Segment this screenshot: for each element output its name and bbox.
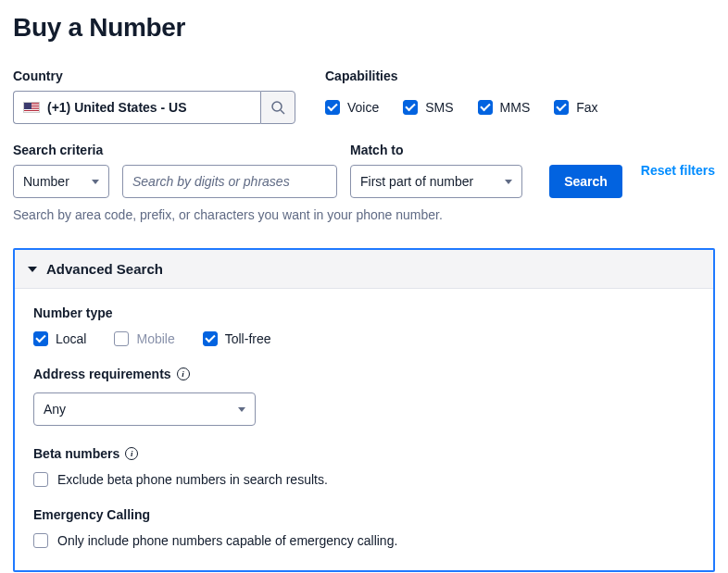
advanced-search-title: Advanced Search [46, 261, 163, 277]
search-hint: Search by area code, prefix, or characte… [13, 207, 715, 222]
us-flag-icon [23, 102, 40, 113]
capability-sms-label: SMS [425, 100, 453, 115]
checkbox-emergency[interactable] [33, 533, 48, 548]
capabilities-row: Voice SMS MMS Fax [325, 91, 598, 124]
match-to-select[interactable]: First part of number [350, 165, 522, 198]
capability-voice[interactable]: Voice [325, 100, 379, 115]
country-selected-value: (+1) United States - US [47, 100, 187, 115]
number-type-tollfree-label: Toll-free [225, 331, 271, 346]
info-icon[interactable] [177, 367, 190, 380]
exclude-beta-label: Exclude beta phone numbers in search res… [57, 472, 328, 487]
checkbox-mms[interactable] [478, 100, 493, 115]
search-criteria-label: Search criteria [13, 143, 337, 157]
checkbox-exclude-beta[interactable] [33, 472, 48, 487]
address-requirements-value: Any [44, 402, 66, 417]
capability-fax-label: Fax [576, 100, 597, 115]
checkbox-tollfree[interactable] [203, 331, 218, 346]
country-search-button[interactable] [260, 91, 295, 124]
page-title: Buy a Number [13, 13, 715, 43]
triangle-down-icon [28, 267, 37, 272]
match-to-value: First part of number [360, 174, 473, 189]
address-requirements-label: Address requirements [33, 367, 695, 381]
country-label: Country [13, 69, 295, 83]
search-input[interactable] [122, 165, 337, 198]
address-requirements-select[interactable]: Any [33, 392, 256, 426]
checkbox-sms[interactable] [403, 100, 418, 115]
number-type-mobile-label: Mobile [136, 331, 174, 346]
advanced-search-panel: Advanced Search Number type Local Mobile… [13, 248, 715, 572]
emergency-label: Only include phone numbers capable of em… [57, 533, 397, 548]
reset-filters-link[interactable]: Reset filters [641, 163, 715, 178]
chevron-down-icon [92, 180, 99, 184]
svg-line-1 [281, 110, 284, 114]
info-icon[interactable] [125, 447, 138, 460]
beta-numbers-label: Beta numbers [33, 446, 695, 461]
capability-mms[interactable]: MMS [478, 100, 531, 115]
checkbox-fax[interactable] [554, 100, 569, 115]
emergency-calling-label: Emergency Calling [33, 507, 695, 522]
number-type-local[interactable]: Local [33, 331, 86, 346]
number-type-label: Number type [33, 305, 695, 320]
number-type-tollfree[interactable]: Toll-free [203, 331, 271, 346]
search-criteria-value: Number [23, 174, 69, 189]
advanced-search-header[interactable]: Advanced Search [15, 250, 713, 289]
search-icon [270, 100, 285, 115]
number-type-local-label: Local [56, 331, 86, 346]
checkbox-voice[interactable] [325, 100, 340, 115]
capability-sms[interactable]: SMS [403, 100, 453, 115]
capability-mms-label: MMS [500, 100, 531, 115]
search-button[interactable]: Search [549, 165, 622, 198]
capability-fax[interactable]: Fax [554, 100, 597, 115]
svg-point-0 [272, 102, 282, 111]
number-type-mobile[interactable]: Mobile [114, 331, 174, 346]
chevron-down-icon [505, 180, 512, 184]
capability-voice-label: Voice [347, 100, 379, 115]
search-criteria-select[interactable]: Number [13, 165, 109, 198]
country-select[interactable]: (+1) United States - US [13, 91, 260, 124]
match-to-label: Match to [350, 143, 522, 157]
capabilities-label: Capabilities [325, 69, 598, 83]
checkbox-local[interactable] [33, 331, 48, 346]
chevron-down-icon [238, 407, 245, 412]
checkbox-mobile[interactable] [114, 331, 129, 346]
